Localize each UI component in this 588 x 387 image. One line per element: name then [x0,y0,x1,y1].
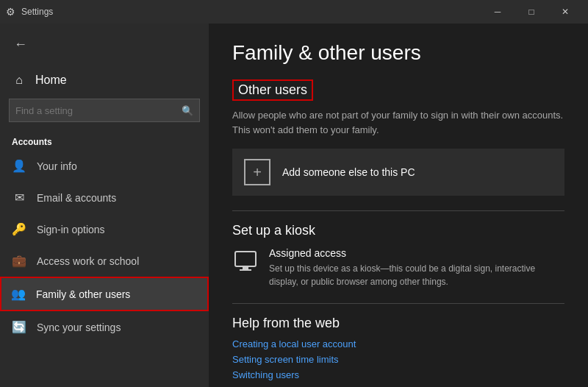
kiosk-item: Assigned access Set up this device as a … [232,247,564,288]
sidebar-item-work[interactable]: 💼 Access work or school [0,245,209,277]
other-users-heading: Other users [238,82,307,98]
add-icon: + [253,164,262,181]
sync-icon: 🔄 [12,320,26,334]
home-label: Home [35,74,67,87]
add-user-button[interactable]: + Add someone else to this PC [232,149,564,196]
divider-2 [232,303,564,304]
divider-1 [232,210,564,211]
sidebar-item-family-users[interactable]: 👥 Family & other users [0,277,209,311]
kiosk-item-desc: Set up this device as a kiosk—this could… [269,262,564,288]
settings-icon: ⚙ [6,6,15,18]
sidebar-item-email-label: Email & accounts [37,192,116,204]
sidebar-section-label: Accounts [0,131,209,150]
home-icon: ⌂ [12,74,26,87]
close-button[interactable]: ✕ [548,0,582,24]
family-icon: 👥 [11,287,26,301]
minimize-button[interactable]: ─ [481,0,514,24]
sidebar-item-sync-label: Sync your settings [37,322,121,333]
web-link-1[interactable]: Creating a local user account [232,338,564,349]
sidebar: ← ⌂ Home 🔍 Accounts 👤 Your info ✉ Email … [0,24,209,387]
add-user-label: Add someone else to this PC [282,166,415,178]
page-title: Family & other users [232,41,564,65]
your-info-icon: 👤 [12,159,26,173]
back-button[interactable]: ← [6,26,35,62]
search-box[interactable]: 🔍 [9,99,200,122]
sidebar-item-email-accounts[interactable]: ✉ Email & accounts [0,182,209,213]
kiosk-heading: Set up a kiosk [232,223,564,238]
svg-rect-0 [235,252,256,266]
sidebar-item-work-label: Access work or school [37,255,139,267]
kiosk-icon [232,249,259,280]
web-link-2[interactable]: Setting screen time limits [232,354,564,365]
svg-rect-1 [243,266,248,269]
web-link-3[interactable]: Switching users [232,369,564,380]
title-bar-left: ⚙ Settings [6,6,53,18]
search-input[interactable] [15,105,182,116]
title-bar-controls: ─ □ ✕ [481,0,582,24]
email-icon: ✉ [12,191,26,205]
main-content: Family & other users Other users Allow p… [209,24,588,387]
other-users-description: Allow people who are not part of your fa… [232,108,564,137]
kiosk-item-title: Assigned access [269,247,564,259]
svg-rect-2 [240,269,251,271]
web-help-heading: Help from the web [232,316,564,331]
app-container: ← ⌂ Home 🔍 Accounts 👤 Your info ✉ Email … [0,24,588,387]
other-users-heading-box: Other users [232,79,313,101]
sidebar-item-your-info-label: Your info [37,160,77,172]
work-icon: 💼 [12,254,26,268]
sidebar-item-sign-in[interactable]: 🔑 Sign-in options [0,213,209,245]
sidebar-item-sign-in-label: Sign-in options [37,224,105,235]
kiosk-text: Assigned access Set up this device as a … [269,247,564,288]
add-icon-box: + [244,159,270,185]
sidebar-home-item[interactable]: ⌂ Home [0,65,209,96]
sign-in-icon: 🔑 [12,222,26,236]
sidebar-item-family-label: Family & other users [36,288,130,300]
title-bar-title: Settings [21,7,53,17]
sidebar-item-sync[interactable]: 🔄 Sync your settings [0,311,209,343]
sidebar-item-your-info[interactable]: 👤 Your info [0,150,209,182]
title-bar: ⚙ Settings ─ □ ✕ [0,0,588,24]
search-icon: 🔍 [182,105,193,116]
maximize-button[interactable]: □ [514,0,548,24]
